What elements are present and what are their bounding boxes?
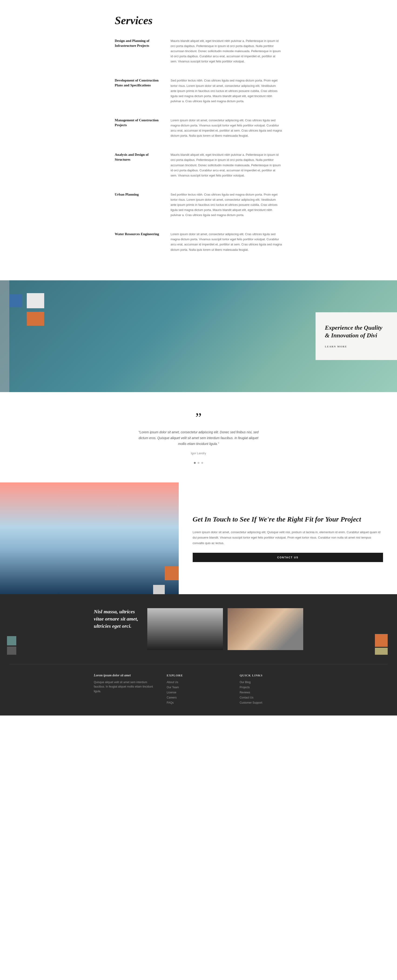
- blog-image-2[interactable]: [227, 608, 303, 650]
- footer-col-explore: Explore About Us Our Team License Career…: [167, 674, 230, 706]
- blog-section: Nisl massa, ultrices vitae ornare sit am…: [0, 594, 397, 664]
- cta-gray-square: [153, 585, 165, 594]
- blog-corner-squares: [375, 634, 388, 655]
- service-item-1: Design and Planning of Infrastructure Pr…: [115, 38, 282, 69]
- services-section: Services Design and Planning of Infrastr…: [105, 0, 292, 280]
- cta-section: Get In Touch to See If We're the Right F…: [0, 482, 397, 594]
- service-desc-5: Sed porttitor lectus nibh. Cras ultrices…: [171, 192, 282, 218]
- service-name-6: Water Resources Engineering: [115, 232, 161, 252]
- cta-text: Lorem ipsum dolor sit amet, consectetur …: [193, 530, 383, 546]
- footer-link-blog[interactable]: Our Blog: [240, 681, 303, 684]
- service-name-2: Development of Construction Plans and Sp…: [115, 78, 161, 103]
- service-desc-1: Mauris blandit aliquet elit, eget tincid…: [171, 38, 282, 64]
- blog-teal-square: [7, 636, 16, 646]
- footer-description: Quisque aliquet velit sit amet sem inter…: [94, 680, 157, 694]
- service-name-1: Design and Planning of Infrastructure Pr…: [115, 38, 161, 64]
- footer-link-faqs[interactable]: FAQs: [167, 701, 230, 704]
- service-item-5: Urban Planning Sed porttitor lectus nibh…: [115, 192, 282, 222]
- footer-logo: Lorem ipsum dolor sit amet: [94, 674, 157, 677]
- blog-images: [147, 608, 303, 650]
- service-item-6: Water Resources Engineering Lorem ipsum …: [115, 232, 282, 257]
- cta-image-side: [0, 482, 179, 594]
- service-desc-2: Sed porttitor lectus nibh. Cras ultrices…: [171, 78, 282, 103]
- footer-link-license[interactable]: License: [167, 691, 230, 694]
- banner-square-white: [27, 293, 44, 308]
- cta-heading: Get In Touch to See If We're the Right F…: [193, 515, 383, 523]
- footer-link-projects[interactable]: Projects: [240, 686, 303, 689]
- banner-heading: Experience the Quality & Innovation of D…: [325, 324, 388, 340]
- service-item-3: Management of Construction Projects Lore…: [115, 118, 282, 143]
- testimonial-dots: [9, 462, 388, 464]
- footer-link-contact[interactable]: Contact Us: [240, 696, 303, 699]
- footer-grid: Lorem ipsum dolor sit amet Quisque aliqu…: [94, 674, 303, 706]
- services-title: Services: [115, 14, 282, 27]
- footer-col-brand: Lorem ipsum dolor sit amet Quisque aliqu…: [94, 674, 157, 706]
- banner-learn-more-link[interactable]: LEARN MORE: [325, 345, 347, 348]
- testimonial-section: ” "Lorem ipsum dolor sit amet, consectet…: [0, 392, 397, 483]
- service-desc-4: Mauris blandit aliquet elit, eget tincid…: [171, 152, 282, 178]
- footer-col-quicklinks: Quick Links Our Blog Projects Reviews Co…: [240, 674, 303, 706]
- cta-orange-square: [165, 566, 179, 580]
- service-desc-6: Lorem ipsum dolor sit amet, consectetur …: [171, 232, 282, 252]
- cta-content: Get In Touch to See If We're the Right F…: [179, 482, 397, 594]
- blog-image-1[interactable]: [147, 608, 223, 650]
- footer-explore-title: Explore: [167, 674, 230, 677]
- blog-dark-square: [7, 647, 16, 655]
- service-item-4: Analysis and Design of Structures Mauris…: [115, 152, 282, 183]
- dot-3[interactable]: [201, 462, 203, 464]
- blog-section-inner: Nisl massa, ultrices vitae ornare sit am…: [94, 608, 303, 650]
- blog-text-col: Nisl massa, ultrices vitae ornare sit am…: [94, 608, 140, 630]
- service-name-3: Management of Construction Projects: [115, 118, 161, 138]
- banner-square-orange: [27, 312, 44, 326]
- footer-link-support[interactable]: Customer Support: [240, 701, 303, 704]
- service-item-2: Development of Construction Plans and Sp…: [115, 78, 282, 108]
- dot-1[interactable]: [194, 462, 196, 464]
- testimonial-author: Igor Landry: [9, 452, 388, 455]
- footer-link-about[interactable]: About Us: [167, 681, 230, 684]
- service-desc-3: Lorem ipsum dolor sit amet, consectetur …: [171, 118, 282, 138]
- banner-square-blue: [9, 294, 22, 307]
- contact-us-button[interactable]: CONTACT US: [193, 553, 383, 562]
- footer: Lorem ipsum dolor sit amet Quisque aliqu…: [0, 664, 397, 716]
- blog-khaki-square: [375, 648, 388, 655]
- blog-tagline: Nisl massa, ultrices vitae ornare sit am…: [94, 608, 140, 630]
- banner-section: Experience the Quality & Innovation of D…: [0, 280, 397, 392]
- footer-link-team[interactable]: Our Team: [167, 686, 230, 689]
- footer-divider: [9, 664, 388, 664]
- testimonial-text: "Lorem ipsum dolor sit amet, consectetur…: [138, 430, 259, 447]
- cta-bridge-image: [0, 482, 179, 594]
- dot-2[interactable]: [198, 462, 199, 464]
- footer-link-reviews[interactable]: Reviews: [240, 691, 303, 694]
- quote-mark-icon: ”: [9, 411, 388, 425]
- banner-content-box: Experience the Quality & Innovation of D…: [316, 312, 397, 360]
- footer-link-careers[interactable]: Careers: [167, 696, 230, 699]
- service-name-5: Urban Planning: [115, 192, 161, 218]
- service-name-4: Analysis and Design of Structures: [115, 152, 161, 178]
- banner-left-accent: [0, 280, 9, 392]
- footer-quicklinks-title: Quick Links: [240, 674, 303, 677]
- blog-orange-square: [375, 634, 388, 647]
